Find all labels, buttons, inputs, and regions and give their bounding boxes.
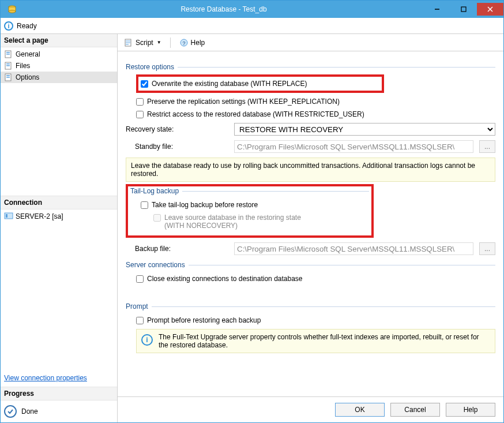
select-page-header: Select a page [1, 34, 117, 47]
recovery-state-combo[interactable]: RESTORE WITH RECOVERY [234, 123, 495, 136]
prompt-title: Prompt [126, 302, 495, 310]
backup-browse-button: ... [479, 242, 495, 255]
take-taillog-checkbox[interactable] [141, 201, 148, 209]
restrict-label: Restrict access to the restored database… [147, 110, 364, 118]
view-connection-properties-link[interactable]: View connection properties [1, 369, 117, 387]
svg-rect-15 [6, 77, 10, 78]
help-icon: ? [179, 38, 189, 47]
page-icon [4, 73, 13, 82]
divider [170, 38, 171, 48]
page-icon [4, 50, 13, 59]
help-button[interactable]: ? Help [176, 36, 208, 49]
connection-header: Connection [1, 196, 117, 209]
info-icon: i [141, 334, 153, 346]
recovery-note-text: Leave the database ready to use by rolli… [131, 162, 490, 178]
backup-file-input [234, 242, 473, 255]
page-options[interactable]: Options [1, 72, 117, 83]
status-text: Ready [17, 22, 37, 30]
toolbar: Script ▼ ? Help [118, 34, 503, 51]
preserve-label: Preserve the replication settings (WITH … [147, 98, 340, 106]
recovery-note: Leave the database ready to use by rolli… [126, 158, 495, 182]
options-content: Restore options Overwrite the existing d… [118, 51, 503, 396]
progress-row: Done [1, 400, 117, 422]
status-bar: i Ready [1, 18, 503, 34]
script-label: Script [136, 39, 153, 47]
leave-source-checkbox [153, 214, 161, 222]
server-label: SERVER-2 [sa] [16, 212, 63, 220]
backup-file-label: Backup file: [126, 245, 228, 253]
server-connections-title: Server connections [126, 261, 495, 269]
sidebar: Select a page General Files Options Conn… [1, 34, 118, 422]
page-files[interactable]: Files [1, 60, 117, 72]
leave-source-row: Leave source database in the restoring s… [153, 211, 369, 232]
page-label: General [16, 50, 40, 58]
fulltext-info-box: i The Full-Text Upgrade server property … [136, 329, 495, 353]
standby-file-input [234, 140, 473, 153]
preserve-checkbox-row[interactable]: Preserve the replication settings (WITH … [136, 95, 495, 108]
svg-rect-9 [6, 54, 10, 55]
page-label: Files [16, 62, 30, 70]
close-existing-checkbox[interactable] [136, 275, 144, 283]
main: Script ▼ ? Help Restore options Overwrit… [118, 34, 503, 422]
standby-file-label: Standby file: [126, 143, 228, 151]
chevron-down-icon: ▼ [157, 40, 161, 45]
overwrite-checkbox[interactable] [141, 80, 148, 88]
recovery-state-label: Recovery state: [126, 125, 228, 133]
svg-rect-14 [6, 75, 10, 76]
tail-log-title: Tail-Log backup [130, 187, 369, 195]
window-title: Restore Database - Test_db [24, 5, 424, 13]
take-taillog-row[interactable]: Take tail-log backup before restore [141, 199, 369, 211]
svg-rect-11 [6, 63, 10, 65]
preserve-checkbox[interactable] [136, 98, 144, 106]
restrict-checkbox-row[interactable]: Restrict access to the restored database… [136, 108, 495, 121]
svg-rect-17 [6, 214, 7, 218]
help-button[interactable]: Help [446, 403, 495, 417]
prompt-before-label: Prompt before restoring each backup [147, 316, 261, 324]
titlebar[interactable]: Restore Database - Test_db [1, 1, 503, 18]
close-existing-row[interactable]: Close existing connections to destinatio… [136, 272, 495, 285]
restore-options-title: Restore options [126, 63, 495, 71]
progress-text: Done [21, 407, 38, 415]
prompt-before-checkbox[interactable] [136, 317, 144, 324]
connection-server: SERVER-2 [sa] [1, 209, 117, 223]
done-icon [4, 405, 17, 418]
info-icon: i [4, 21, 13, 31]
prompt-before-row[interactable]: Prompt before restoring each backup [136, 314, 495, 327]
minimize-button[interactable] [424, 3, 450, 16]
overwrite-checkbox-row[interactable]: Overwrite the existing database (WITH RE… [141, 77, 379, 90]
standby-browse-button: ... [479, 140, 495, 153]
maximize-button[interactable] [450, 3, 477, 16]
restrict-checkbox[interactable] [136, 111, 144, 118]
close-button[interactable] [477, 3, 503, 16]
take-taillog-label: Take tail-log backup before restore [152, 201, 258, 209]
page-general[interactable]: General [1, 48, 117, 60]
close-existing-label: Close existing connections to destinatio… [147, 275, 303, 283]
page-label: Options [16, 73, 39, 81]
page-icon [4, 61, 13, 70]
svg-rect-8 [6, 52, 10, 53]
app-icon [1, 5, 24, 14]
leave-source-label: Leave source database in the restoring s… [164, 214, 301, 230]
page-list: General Files Options [1, 47, 117, 196]
svg-text:?: ? [182, 40, 185, 46]
server-icon [4, 212, 13, 221]
ok-button[interactable]: OK [335, 403, 385, 417]
cancel-button[interactable]: Cancel [390, 403, 440, 417]
script-icon [124, 38, 133, 47]
script-button[interactable]: Script ▼ [121, 36, 164, 49]
dialog-footer: OK Cancel Help [118, 396, 503, 422]
help-label: Help [191, 39, 205, 47]
restore-database-dialog: Restore Database - Test_db i Ready Selec… [0, 0, 504, 423]
fulltext-info-text: The Full-Text Upgrade server property co… [159, 333, 490, 349]
progress-header: Progress [1, 387, 117, 400]
svg-rect-4 [461, 7, 466, 12]
highlight-taillog: Tail-Log backup Take tail-log backup bef… [126, 184, 374, 238]
highlight-overwrite: Overwrite the existing database (WITH RE… [136, 74, 384, 93]
svg-rect-12 [6, 65, 10, 66]
svg-point-2 [9, 10, 16, 13]
overwrite-label: Overwrite the existing database (WITH RE… [152, 80, 307, 88]
